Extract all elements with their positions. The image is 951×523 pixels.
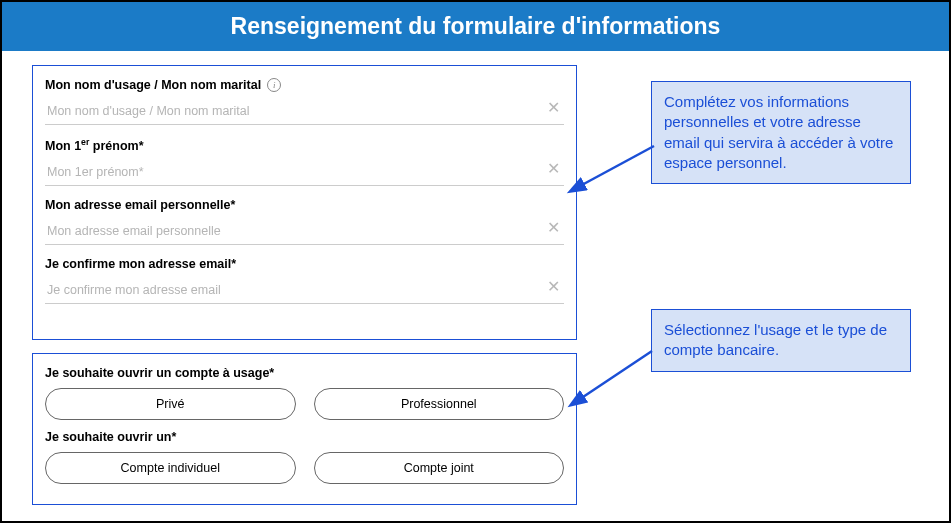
label-email-confirm: Je confirme mon adresse email* <box>45 257 564 271</box>
arrow-top <box>562 136 662 206</box>
option-professionnel[interactable]: Professionnel <box>314 388 565 420</box>
type-options: Compte individuel Compte joint <box>45 452 564 484</box>
option-compte-joint[interactable]: Compte joint <box>314 452 565 484</box>
label-email-confirm-text: Je confirme mon adresse email* <box>45 257 236 271</box>
option-compte-individuel[interactable]: Compte individuel <box>45 452 296 484</box>
page-content: Mon nom d'usage / Mon nom marital i ✕ Mo… <box>2 51 949 522</box>
input-firstname[interactable] <box>45 161 564 186</box>
label-name-usage-text: Mon nom d'usage / Mon nom marital <box>45 78 261 92</box>
input-wrap-name: ✕ <box>45 100 564 125</box>
callout-personal-info-text: Complétez vos informations personnelles … <box>664 93 893 171</box>
arrow-bottom <box>560 341 660 411</box>
label-usage-text: Je souhaite ouvrir un compte à usage* <box>45 366 274 380</box>
callout-account-type: Sélectionnez l'usage et le type de compt… <box>651 309 911 372</box>
info-icon[interactable]: i <box>267 78 281 92</box>
label-name-usage: Mon nom d'usage / Mon nom marital i <box>45 78 564 92</box>
usage-options: Privé Professionnel <box>45 388 564 420</box>
label-usage: Je souhaite ouvrir un compte à usage* <box>45 366 564 380</box>
svg-line-1 <box>580 351 652 399</box>
page-title: Renseignement du formulaire d'informatio… <box>231 13 721 39</box>
callout-personal-info: Complétez vos informations personnelles … <box>651 81 911 184</box>
label-firstname: Mon 1er prénom* <box>45 137 564 153</box>
callout-account-type-text: Sélectionnez l'usage et le type de compt… <box>664 321 887 358</box>
clear-icon[interactable]: ✕ <box>547 100 560 116</box>
label-account-type: Je souhaite ouvrir un* <box>45 430 564 444</box>
svg-line-0 <box>580 146 654 186</box>
clear-icon[interactable]: ✕ <box>547 279 560 295</box>
input-wrap-firstname: ✕ <box>45 161 564 186</box>
option-prive[interactable]: Privé <box>45 388 296 420</box>
form-account-type: Je souhaite ouvrir un compte à usage* Pr… <box>32 353 577 505</box>
page-frame: Renseignement du formulaire d'informatio… <box>0 0 951 523</box>
page-header: Renseignement du formulaire d'informatio… <box>2 2 949 51</box>
form-personal-info: Mon nom d'usage / Mon nom marital i ✕ Mo… <box>32 65 577 340</box>
clear-icon[interactable]: ✕ <box>547 220 560 236</box>
label-account-type-text: Je souhaite ouvrir un* <box>45 430 176 444</box>
clear-icon[interactable]: ✕ <box>547 161 560 177</box>
input-email-confirm[interactable] <box>45 279 564 304</box>
input-name-usage[interactable] <box>45 100 564 125</box>
input-wrap-email-confirm: ✕ <box>45 279 564 304</box>
label-email: Mon adresse email personnelle* <box>45 198 564 212</box>
input-email[interactable] <box>45 220 564 245</box>
input-wrap-email: ✕ <box>45 220 564 245</box>
label-email-text: Mon adresse email personnelle* <box>45 198 235 212</box>
